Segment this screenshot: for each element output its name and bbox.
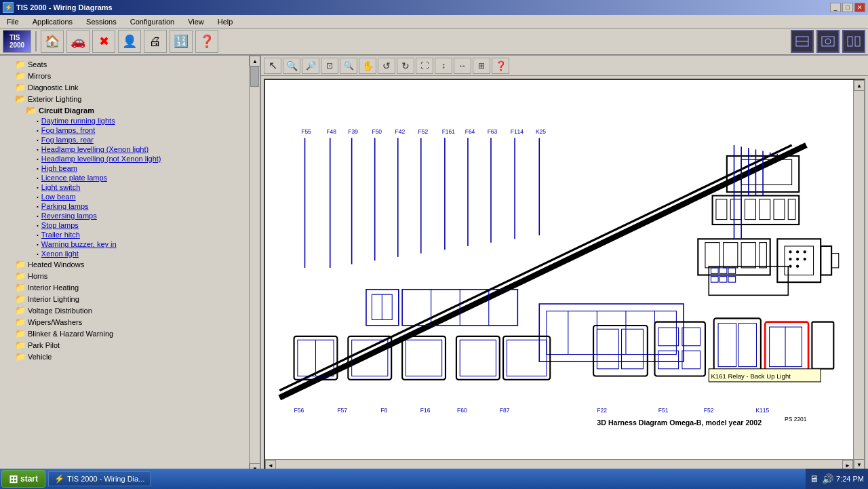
tree-item[interactable]: 📁Mirrors (1, 70, 248, 81)
folder-icon: 📁 (15, 351, 26, 361)
stop-button[interactable]: ✖ (92, 30, 115, 53)
tree-item[interactable]: 📁Wipers/Washers (1, 316, 248, 328)
app-icon: ⚡ (3, 2, 14, 13)
tree-item[interactable]: 📁Voltage Distribution (1, 305, 248, 316)
tree-item[interactable]: •Parking lamps (1, 201, 248, 211)
tree-view[interactable]: 📁Seats📁Mirrors📁Diagnostic Link📂Exterior … (0, 56, 249, 474)
tree-item[interactable]: 📁Diagnostic Link (1, 81, 248, 93)
tree-item[interactable]: •Light switch (1, 182, 248, 192)
folder-icon: 📁 (15, 259, 26, 269)
diagram-view-button[interactable]: ⊞ (473, 58, 490, 74)
svg-text:F57: F57 (337, 407, 347, 414)
tree-item[interactable]: 📁Seats (1, 58, 248, 70)
select-tool-button[interactable]: ↖ (264, 58, 281, 74)
car-button[interactable]: 🚗 (66, 30, 90, 53)
tree-item[interactable]: 📁Park Pilot (1, 339, 248, 351)
fit-page-button[interactable]: ⛶ (416, 58, 433, 74)
menu-configuration[interactable]: Configuration (126, 16, 178, 27)
taskbar-right: 🖥 🔊 7:24 PM (806, 469, 868, 489)
tree-item[interactable]: •Trailer hitch (1, 230, 248, 239)
tree-item[interactable]: •Headlamp levelling (Xenon light) (1, 144, 248, 154)
fit-height-button[interactable]: ↕ (435, 58, 452, 74)
tree-item[interactable]: •Stop lamps (1, 220, 248, 230)
tree-item[interactable]: 📁Vehicle (1, 351, 248, 362)
home-button[interactable]: 🏠 (41, 30, 64, 53)
folder-icon: 📁 (15, 305, 26, 315)
view-button-1[interactable] (791, 30, 814, 53)
zoom-in-button[interactable]: 🔍 (283, 58, 300, 74)
menu-file[interactable]: File (3, 16, 23, 27)
wiring-diagram: F55 F48 F39 F50 F42 F52 F161 F64 F63 F11… (265, 80, 864, 470)
pan-button[interactable]: ✋ (359, 58, 376, 74)
fit-width-button[interactable]: ↔ (454, 58, 471, 74)
diagram-title: 3D Harness Diagram Omega-B, model year 2… (597, 418, 762, 427)
rotate-ccw-button[interactable]: ↺ (378, 58, 395, 74)
bullet-icon: • (37, 146, 39, 153)
svg-text:PS 2201: PS 2201 (785, 416, 807, 423)
svg-text:K115: K115 (755, 407, 769, 414)
zoom-box-button[interactable]: ⊡ (321, 58, 338, 74)
zoom-fit-button[interactable]: 🔍 (340, 58, 357, 74)
main-layout: 📁Seats📁Mirrors📁Diagnostic Link📂Exterior … (0, 56, 868, 474)
tree-item[interactable]: •Headlamp levelling (not Xenon light) (1, 154, 248, 163)
taskbar-app-item[interactable]: ⚡ TIS 2000 - Wiring Dia... (48, 471, 151, 486)
svg-text:F52: F52 (704, 407, 714, 414)
help-button[interactable]: ❓ (195, 30, 218, 53)
tree-scrollbar[interactable]: ▲ ▼ (249, 56, 260, 474)
print-button[interactable]: 🖨 (144, 30, 167, 53)
svg-point-3 (825, 39, 831, 44)
maximize-button[interactable]: □ (842, 3, 853, 12)
tree-item[interactable]: •Daytime running lights (1, 116, 248, 125)
bullet-icon: • (37, 222, 39, 229)
diagram-vscroll[interactable]: ▲ ▼ (853, 80, 864, 470)
tree-item[interactable]: 📂Circuit Diagram (1, 104, 248, 116)
tree-item[interactable]: 📁Interior Heating (1, 281, 248, 293)
left-panel: 📁Seats📁Mirrors📁Diagnostic Link📂Exterior … (0, 56, 261, 474)
calculator-button[interactable]: 🔢 (170, 30, 193, 53)
svg-text:F16: F16 (420, 407, 431, 414)
bullet-icon: • (37, 175, 39, 181)
tree-item[interactable]: 📁Interior Lighting (1, 293, 248, 305)
tree-item[interactable]: 📁Heated Windows (1, 258, 248, 270)
bullet-icon: • (37, 213, 39, 219)
person-button[interactable]: 👤 (118, 30, 141, 53)
tree-item[interactable]: •Low beam (1, 192, 248, 201)
menu-view[interactable]: View (184, 16, 208, 27)
menu-sessions[interactable]: Sessions (82, 16, 121, 27)
tree-item[interactable]: •High beam (1, 163, 248, 173)
bullet-icon: • (37, 184, 39, 191)
menu-applications[interactable]: Applications (28, 16, 77, 27)
close-button[interactable]: ✕ (854, 3, 865, 12)
diagram-toolbar: ↖ 🔍 🔎 ⊡ 🔍 ✋ ↺ ↻ ⛶ ↕ ↔ ⊞ ❓ (261, 56, 868, 76)
rotate-cw-button[interactable]: ↻ (397, 58, 414, 74)
folder-icon: 📁 (15, 317, 26, 327)
svg-text:F161: F161 (442, 128, 456, 135)
tree-item[interactable]: •Licence plate lamps (1, 173, 248, 182)
folder-icon: 📁 (15, 71, 26, 81)
svg-text:F114: F114 (511, 128, 524, 135)
menu-help[interactable]: Help (214, 16, 237, 27)
view-button-2[interactable] (816, 30, 840, 53)
tree-item[interactable]: •Fog lamps, rear (1, 135, 248, 144)
folder-icon: 📁 (15, 340, 26, 350)
minimize-button[interactable]: _ (830, 3, 841, 12)
tree-item[interactable]: 📁Blinker & Hazard Warning (1, 328, 248, 339)
tree-item[interactable]: •Xenon light (1, 249, 248, 258)
scroll-up-arrow[interactable]: ▲ (250, 56, 260, 66)
tree-item[interactable]: •Fog lamps, front (1, 125, 248, 135)
tis-logo-button[interactable]: TIS2000 (3, 30, 31, 53)
tree-item[interactable]: •Warning buzzer, key in (1, 239, 248, 249)
help-diagram-button[interactable]: ❓ (492, 58, 509, 74)
tree-item[interactable]: •Reversing lamps (1, 211, 248, 220)
start-button[interactable]: ⊞ start (1, 470, 45, 488)
view-button-3[interactable] (842, 30, 865, 53)
window-controls[interactable]: _ □ ✕ (830, 3, 865, 12)
zoom-out-button[interactable]: 🔎 (302, 58, 319, 74)
svg-text:F51: F51 (658, 407, 669, 414)
tree-item[interactable]: 📂Exterior Lighting (1, 93, 248, 104)
svg-text:F55: F55 (301, 128, 311, 135)
main-toolbar: TIS2000 🏠 🚗 ✖ 👤 🖨 🔢 ❓ (0, 28, 868, 56)
svg-text:F63: F63 (488, 128, 498, 135)
tree-item[interactable]: 📁Horns (1, 270, 248, 281)
diag-scroll-up[interactable]: ▲ (854, 80, 865, 91)
